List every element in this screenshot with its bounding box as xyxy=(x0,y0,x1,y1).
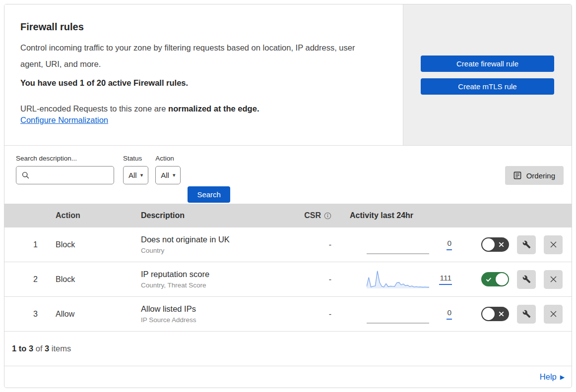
cross-icon xyxy=(499,242,504,247)
ordering-button-label: Ordering xyxy=(526,171,555,180)
action-label: Action xyxy=(155,155,181,162)
normalization-note: URL-encoded Requests to this zone are no… xyxy=(20,102,383,115)
rule-enabled-toggle[interactable] xyxy=(481,272,509,286)
activity-sparkline xyxy=(367,234,429,256)
status-filter-group: Status All ▾ xyxy=(123,155,148,184)
table-row: 1 Block Does not originate in UK Country… xyxy=(4,227,572,262)
activity-sparkline xyxy=(367,269,429,290)
action-dropdown[interactable]: All ▾ xyxy=(155,166,181,184)
rule-description-cell: Does not originate in UK Country xyxy=(141,235,290,254)
rule-controls xyxy=(456,305,572,324)
toggle-knob xyxy=(496,273,508,285)
rule-csr-value: - xyxy=(290,240,337,249)
toggle-knob xyxy=(482,238,495,251)
items-label: items xyxy=(52,344,71,353)
wrench-icon xyxy=(522,310,531,318)
close-icon xyxy=(550,241,557,248)
ordering-button[interactable]: Ordering xyxy=(505,166,564,185)
chevron-down-icon: ▾ xyxy=(173,172,176,178)
rule-csr-value: - xyxy=(290,310,337,319)
wrench-icon xyxy=(522,275,531,283)
activity-count-link[interactable]: 111 xyxy=(439,274,452,285)
csr-header-label: CSR xyxy=(304,211,321,220)
rule-activity-cell: 0 xyxy=(337,234,456,256)
rule-enabled-toggle[interactable] xyxy=(481,307,509,321)
description-column-header: Description xyxy=(141,211,290,220)
page-title: Firewall rules xyxy=(20,21,383,33)
csr-column-header: CSR xyxy=(290,211,337,220)
edit-rule-button[interactable] xyxy=(517,270,536,289)
activity-column-header: Activity last 24hr xyxy=(337,211,456,220)
of-text: of xyxy=(36,344,43,353)
create-mtls-rule-button[interactable]: Create mTLS rule xyxy=(421,78,554,95)
action-column-header: Action xyxy=(54,211,141,220)
rule-criteria: Country xyxy=(141,247,290,254)
ordering-list-icon xyxy=(513,171,521,179)
activity-count-link[interactable]: 0 xyxy=(447,239,452,250)
info-icon[interactable] xyxy=(324,212,331,220)
check-icon xyxy=(486,277,492,282)
delete-rule-button[interactable] xyxy=(544,270,563,289)
search-input-wrapper[interactable] xyxy=(16,166,114,184)
chevron-down-icon: ▾ xyxy=(140,172,143,178)
help-link[interactable]: Help ▶ xyxy=(540,372,565,382)
help-bar: Help ▶ xyxy=(4,366,572,388)
close-icon xyxy=(550,276,557,283)
rule-criteria: IP Source Address xyxy=(141,316,290,324)
rule-controls xyxy=(456,270,572,289)
rule-priority: 2 xyxy=(4,275,54,284)
rule-enabled-toggle[interactable] xyxy=(481,237,509,252)
edit-rule-button[interactable] xyxy=(517,235,536,254)
rule-activity-cell: 0 xyxy=(337,303,456,325)
search-group: Search description... xyxy=(16,155,114,184)
help-link-label: Help xyxy=(540,372,557,382)
search-label: Search description... xyxy=(16,155,114,162)
firewall-rules-panel: Firewall rules Control incoming traffic … xyxy=(4,4,572,388)
rule-action: Allow xyxy=(54,310,141,319)
activity-count-link[interactable]: 0 xyxy=(447,308,452,320)
rule-description: IP reputation score xyxy=(141,270,290,279)
close-icon xyxy=(550,310,557,318)
table-footer: 1 to 3 of 3 items xyxy=(4,332,572,366)
search-icon xyxy=(22,171,29,179)
rule-criteria: Country, Threat Score xyxy=(141,281,290,289)
rule-priority: 1 xyxy=(4,240,54,249)
status-label: Status xyxy=(123,155,148,162)
normalization-bold-text: normalized at the edge. xyxy=(168,104,259,113)
status-dropdown[interactable]: All ▾ xyxy=(123,166,148,184)
search-input[interactable] xyxy=(33,171,110,179)
wrench-icon xyxy=(522,240,531,249)
delete-rule-button[interactable] xyxy=(544,305,563,324)
rule-description-cell: Allow listed IPs IP Source Address xyxy=(141,304,290,324)
activity-sparkline xyxy=(367,303,429,325)
overview-text: Firewall rules Control incoming traffic … xyxy=(4,4,403,145)
rule-description-cell: IP reputation score Country, Threat Scor… xyxy=(141,270,290,289)
rule-priority: 3 xyxy=(4,310,54,319)
rule-description: Does not originate in UK xyxy=(141,235,290,244)
page-description: Control incoming traffic to your zone by… xyxy=(20,40,380,72)
toggle-knob xyxy=(482,308,495,320)
search-button[interactable]: Search xyxy=(188,186,230,203)
arrow-right-icon: ▶ xyxy=(560,374,565,380)
delete-rule-button[interactable] xyxy=(544,235,563,254)
items-range: 1 to 3 xyxy=(12,344,33,353)
rule-activity-cell: 111 xyxy=(337,269,456,290)
rule-description: Allow listed IPs xyxy=(141,304,290,314)
create-firewall-rule-button[interactable]: Create firewall rule xyxy=(421,56,554,72)
rule-controls xyxy=(456,235,572,254)
action-dropdown-value: All xyxy=(161,171,169,179)
edit-rule-button[interactable] xyxy=(517,305,536,324)
usage-summary: You have used 1 of 20 active Firewall ru… xyxy=(20,78,383,88)
normalization-text: URL-encoded Requests to this zone are xyxy=(20,104,168,113)
filter-toolbar: Search description... Status All ▾ Actio… xyxy=(4,146,572,204)
rule-csr-value: - xyxy=(290,275,337,284)
configure-normalization-link[interactable]: Configure Normalization xyxy=(20,115,108,124)
table-row: 2 Block IP reputation score Country, Thr… xyxy=(4,262,572,297)
cross-icon xyxy=(499,311,504,317)
action-filter-group: Action All ▾ xyxy=(155,155,181,184)
items-total: 3 xyxy=(45,344,49,353)
rule-action: Block xyxy=(54,275,141,284)
status-dropdown-value: All xyxy=(128,171,137,179)
table-header: Action Description CSR Activity last 24h… xyxy=(4,204,572,227)
items-range-text: 1 to 3 of 3 items xyxy=(12,344,71,353)
